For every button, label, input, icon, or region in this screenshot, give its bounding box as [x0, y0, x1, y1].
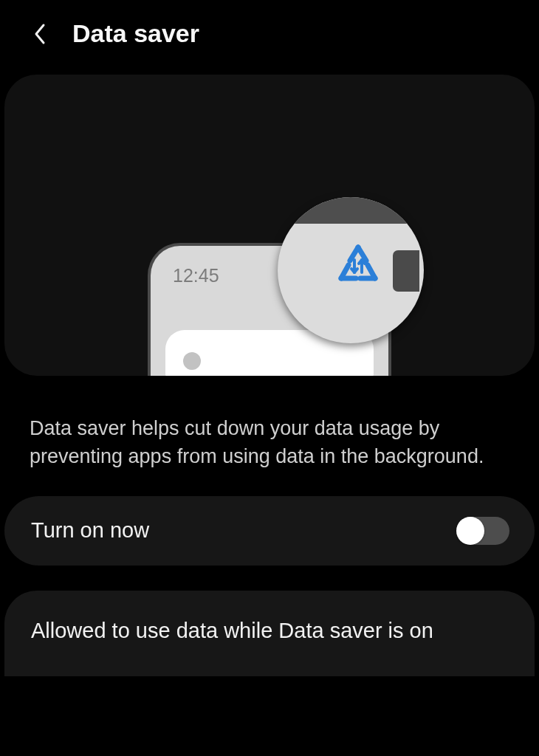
- data-saver-icon: [332, 241, 384, 293]
- back-button[interactable]: [30, 24, 50, 44]
- allowed-apps-row[interactable]: Allowed to use data while Data saver is …: [4, 591, 535, 677]
- turn-on-now-row[interactable]: Turn on now: [4, 496, 535, 566]
- allowed-apps-label: Allowed to use data while Data saver is …: [31, 619, 433, 642]
- turn-on-now-label: Turn on now: [31, 518, 149, 543]
- phone-dot: [183, 352, 201, 370]
- illustration-card: 12:45: [4, 75, 535, 376]
- magnifier: [278, 197, 424, 343]
- page-title: Data saver: [72, 19, 199, 48]
- switch-knob: [456, 517, 484, 545]
- phone-time: 12:45: [173, 265, 219, 286]
- battery-icon: [393, 250, 419, 292]
- description-text: Data saver helps cut down your data usag…: [0, 376, 539, 496]
- header: Data saver: [0, 0, 539, 64]
- magnifier-top: [278, 197, 424, 224]
- turn-on-now-switch[interactable]: [456, 517, 509, 545]
- chevron-left-icon: [32, 23, 47, 45]
